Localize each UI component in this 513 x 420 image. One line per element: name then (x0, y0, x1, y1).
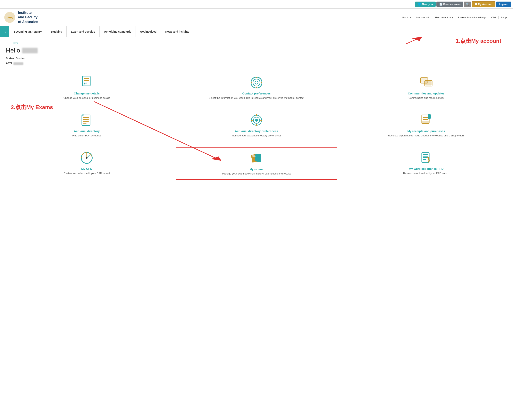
svg-rect-38 (428, 116, 430, 116)
arn-value-blurred (14, 62, 23, 65)
account-cards-grid: i Change my details Change your personal… (6, 72, 507, 180)
svg-point-10 (256, 77, 257, 78)
card-directory-title: Actuarial directory (74, 129, 100, 133)
search-button[interactable]: 🔍 (464, 1, 471, 7)
svg-rect-3 (84, 78, 89, 79)
card-directory-prefs[interactable]: Actuarial directory preferences Manage y… (176, 110, 338, 141)
nav-cmi[interactable]: CMI (489, 16, 498, 19)
greeting-heading: Hello (6, 47, 507, 54)
card-ppd-icon (420, 151, 433, 165)
my-account-button[interactable]: ✖ My Account (472, 1, 495, 7)
card-my-exams[interactable]: My exams Manage your exam bookings, hist… (176, 147, 338, 180)
svg-rect-35 (423, 119, 428, 120)
nav-membership[interactable]: Membership (414, 16, 433, 19)
svg-rect-20 (83, 119, 89, 120)
svg-rect-29 (256, 114, 257, 116)
svg-rect-39 (428, 117, 430, 117)
svg-text:IFoA: IFoA (7, 16, 13, 19)
search-icon: 🔍 (466, 3, 469, 6)
nav-get-involved[interactable]: Get involved (136, 26, 161, 37)
svg-rect-34 (423, 117, 428, 118)
card-receipts[interactable]: My receipts and purchases Receipts of pu… (345, 110, 507, 141)
card-dirprefs-desc: Manage your actuarial directory preferen… (232, 134, 281, 137)
card-change-details-desc: Change your personal or business details (63, 96, 110, 100)
near-you-label: Near you (422, 3, 433, 6)
secondary-nav: ⌂ Becoming an Actuary Studying Learn and… (0, 26, 513, 37)
card-communities-desc: Communities and forum activity (408, 96, 444, 100)
nav-about[interactable]: About us (399, 16, 414, 19)
svg-point-41 (86, 157, 87, 159)
nav-news[interactable]: News and insights (161, 26, 194, 37)
card-communities-title: Communities and updates (408, 92, 445, 95)
svg-point-11 (256, 87, 257, 88)
card-communities[interactable]: Communities and updates Communities and … (345, 72, 507, 104)
card-receipts-title: My receipts and purchases (407, 129, 445, 133)
card-exams-desc: Manage your exam bookings, history, exem… (222, 172, 291, 175)
card-contact-preferences[interactable]: Contact preferences Select the informati… (176, 72, 338, 104)
breadcrumb-home[interactable]: Home (12, 42, 19, 45)
nav-becoming-actuary[interactable]: Becoming an Actuary (9, 26, 46, 37)
nav-upholding[interactable]: Upholding standards (100, 26, 136, 37)
card-contact-title: Contact preferences (242, 92, 271, 95)
nav-studying[interactable]: Studying (46, 26, 67, 37)
card-ppd[interactable]: My work experience PPD Review, record an… (345, 147, 507, 180)
svg-point-8 (253, 79, 260, 86)
svg-rect-17 (425, 81, 432, 85)
header: IFoA Institute and Faculty of Actuaries … (0, 8, 513, 26)
card-ppd-desc: Review, record and edit your PPD record (403, 172, 449, 175)
arn-label: ARN: (6, 62, 13, 65)
user-name-blurred (22, 48, 38, 53)
svg-rect-31 (251, 120, 253, 121)
card-exams-title: My exams (249, 167, 264, 171)
card-change-details-icon: i (80, 76, 93, 89)
nav-learn-develop[interactable]: Learn and develop (67, 26, 100, 37)
doc-icon: 📄 (439, 3, 442, 6)
card-actuarial-directory[interactable]: Actuarial directory Find other IFOA actu… (6, 110, 168, 141)
card-contact-icon (250, 76, 263, 89)
card-receipts-icon (420, 113, 433, 127)
svg-point-7 (251, 77, 262, 88)
account-icon: ✖ (475, 3, 477, 6)
top-bar: 🌐 Near you 📄 Practice areas 🔍 ✖ My Accou… (0, 0, 513, 8)
svg-point-12 (251, 82, 252, 83)
svg-rect-36 (422, 121, 429, 124)
card-cpd-icon (80, 151, 93, 165)
logo-text: Institute and Faculty of Actuaries (18, 11, 38, 24)
globe-icon: 🌐 (418, 3, 421, 6)
logo-crest: IFoA (4, 12, 16, 23)
logout-label: Log out (499, 3, 508, 6)
hello-section: Hello Status: Student ARN: (6, 47, 507, 66)
svg-text:i: i (86, 82, 87, 85)
logout-button[interactable]: Log out (496, 1, 511, 7)
logo-area: IFoA Institute and Faculty of Actuaries (4, 11, 399, 24)
svg-rect-19 (83, 117, 89, 118)
svg-point-9 (255, 81, 258, 84)
card-receipts-desc: Receipts of purchases made through the w… (388, 134, 464, 137)
svg-point-5 (84, 83, 85, 84)
svg-rect-48 (423, 156, 428, 157)
nav-shop[interactable]: Shop (498, 16, 509, 19)
card-directory-desc: Find other IFOA actuaries (72, 134, 101, 137)
svg-rect-30 (256, 124, 257, 126)
svg-rect-37 (428, 114, 431, 119)
main-content: Home Hello Status: Student ARN: (0, 37, 513, 186)
svg-rect-50 (423, 159, 426, 160)
status-value: Student (16, 57, 25, 60)
card-change-details[interactable]: i Change my details Change your personal… (6, 72, 168, 104)
card-cpd-title: My CPD (81, 167, 92, 170)
nav-research[interactable]: Research and knowledge (455, 16, 489, 19)
card-change-details-title: Change my details (74, 92, 100, 95)
card-contact-desc: Select the information you would like to… (209, 96, 304, 100)
card-cpd[interactable]: My CPD Review, record and edit your CPD … (6, 147, 168, 180)
svg-rect-47 (423, 154, 428, 155)
card-ppd-title: My work experience PPD (409, 167, 444, 170)
status-label: Status: (6, 57, 15, 60)
card-directory-icon (80, 113, 93, 127)
svg-rect-18 (82, 115, 90, 126)
svg-rect-51 (427, 157, 430, 161)
practice-areas-button[interactable]: 📄 Practice areas (436, 1, 463, 7)
near-you-button[interactable]: 🌐 Near you (415, 1, 436, 7)
home-nav-button[interactable]: ⌂ (0, 26, 9, 37)
nav-find-actuary[interactable]: Find an Actuary (433, 16, 455, 19)
svg-rect-4 (84, 80, 89, 81)
